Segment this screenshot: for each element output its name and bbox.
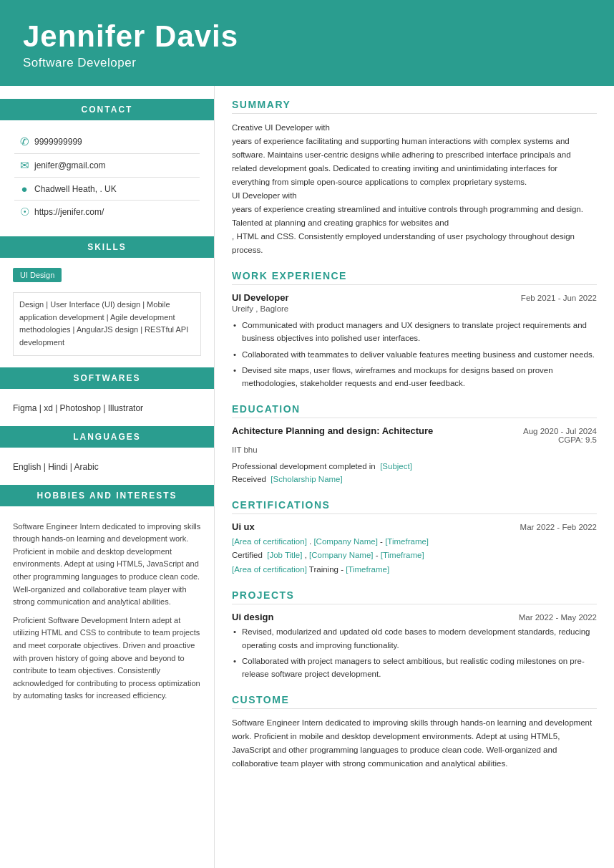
- edu-cgpa: CGPA: 9.5: [523, 435, 597, 444]
- softwares-section: SOFTWARES Figma | xd | Photoshop | Illus…: [0, 367, 214, 426]
- education-title: EDUCATION: [232, 403, 597, 418]
- cert-time1: [Timeframe]: [385, 537, 429, 546]
- edu-degree: Achitecture Planning and design: Achitec…: [232, 425, 433, 436]
- contact-list: ✆ 9999999999 ✉ jenifer@gmail.com ● Chadw…: [0, 130, 214, 236]
- work-title: WORK EXPERIENCE: [232, 270, 597, 285]
- edu-detail2-pre: Received: [232, 475, 266, 483]
- softwares-list: Figma | xd | Photoshop | Illustrator: [0, 399, 214, 426]
- cert-line3: [Area of certification] Training - [Time…: [232, 563, 597, 577]
- skill-description: Design | User Interface (UI) design | Mo…: [13, 292, 201, 355]
- contact-website: ☉ https://jenifer.com/: [14, 201, 200, 223]
- candidate-title: Software Developer: [23, 56, 591, 70]
- contact-header: CONTACT: [0, 99, 214, 120]
- cert-job: [Job Title]: [267, 551, 302, 559]
- proj-header: Ui design Mar 2022 - May 2022: [232, 612, 597, 622]
- cert-title: CERTIFICATIONS: [232, 499, 597, 514]
- hobbies-section: HOBBIES AND INTERESTS Software Engineer …: [0, 485, 214, 715]
- job-title: UI Developer: [232, 292, 288, 303]
- custom-title: CUSTOME: [232, 694, 597, 709]
- custom-text: Software Engineer Intern dedicated to im…: [232, 716, 597, 771]
- cert-company1: [Company Name]: [313, 537, 377, 546]
- cert-lines: [Area of certification] . [Company Name]…: [232, 535, 597, 577]
- softwares-header: SOFTWARES: [0, 367, 214, 389]
- skills-section: SKILLS UI Design Design | User Interface…: [0, 236, 214, 355]
- contact-email: ✉ jenifer@gmail.com: [14, 154, 200, 178]
- proj-name: Ui design: [232, 612, 274, 622]
- proj-dates: Mar 2022 - May 2022: [519, 613, 597, 622]
- projects-section: PROJECTS Ui design Mar 2022 - May 2022 R…: [232, 589, 597, 681]
- job-header: UI Developer Feb 2021 - Jun 2022: [232, 292, 597, 303]
- languages-list: English | Hindi | Arabic: [0, 458, 214, 485]
- edu-header: Achitecture Planning and design: Achitec…: [232, 425, 597, 444]
- cert-header: Ui ux Mar 2022 - Feb 2022: [232, 521, 597, 532]
- job-item: UI Developer Feb 2021 - Jun 2022 Ureify …: [232, 292, 597, 390]
- project-item: Ui design Mar 2022 - May 2022 Revised, m…: [232, 612, 597, 681]
- job-bullet-1: Communicated with product managers and U…: [232, 319, 597, 345]
- skills-header: SKILLS: [0, 236, 214, 258]
- hobbies-p1: Software Engineer Intern dedicated to im…: [13, 521, 201, 609]
- candidate-name: Jennifer Davis: [23, 20, 591, 53]
- work-section: WORK EXPERIENCE UI Developer Feb 2021 - …: [232, 270, 597, 390]
- edu-detail1-pre: Professional development completed in: [232, 462, 376, 471]
- edu-school: IIT bhu: [232, 445, 597, 454]
- contact-location: ● Chadwell Heath, . UK: [14, 178, 200, 201]
- body-row: CONTACT ✆ 9999999999 ✉ jenifer@gmail.com…: [0, 86, 614, 868]
- cert-time2: [Timeframe]: [381, 551, 424, 559]
- languages-section: LANGUAGES English | Hindi | Arabic: [0, 426, 214, 485]
- location-text: Chadwell Heath, . UK: [34, 184, 117, 194]
- right-column: SUMMARY Creative UI Developer with years…: [215, 86, 614, 868]
- left-column: CONTACT ✆ 9999999999 ✉ jenifer@gmail.com…: [0, 86, 215, 868]
- edu-scholarship: [Scholarship Name]: [271, 475, 342, 483]
- job-bullets: Communicated with product managers and U…: [232, 319, 597, 390]
- cert-item: Ui ux Mar 2022 - Feb 2022 [Area of certi…: [232, 521, 597, 577]
- email-icon: ✉: [14, 159, 34, 172]
- proj-bullet-2: Collaborated with project managers to se…: [232, 655, 597, 681]
- certifications-section: CERTIFICATIONS Ui ux Mar 2022 - Feb 2022…: [232, 499, 597, 577]
- job-dates: Feb 2021 - Jun 2022: [521, 294, 597, 302]
- phone-icon: ✆: [14, 135, 34, 148]
- edu-subject: [Subject]: [380, 462, 412, 471]
- phone-text: 9999999999: [34, 137, 82, 147]
- email-text: jenifer@gmail.com: [34, 160, 106, 170]
- edu-item: Achitecture Planning and design: Achitec…: [232, 425, 597, 486]
- hobbies-content: Software Engineer Intern dedicated to im…: [0, 516, 214, 715]
- education-section: EDUCATION Achitecture Planning and desig…: [232, 403, 597, 486]
- location-icon: ●: [14, 183, 34, 195]
- edu-dates: Aug 2020 - Jul 2024: [523, 427, 597, 435]
- job-bullet-3: Devised site maps, user flows, wireframe…: [232, 364, 597, 390]
- projects-title: PROJECTS: [232, 589, 597, 604]
- job-company: Ureify , Baglore: [232, 304, 597, 313]
- website-text: https://jenifer.com/: [34, 207, 104, 217]
- summary-title: SUMMARY: [232, 99, 597, 114]
- summary-section: SUMMARY Creative UI Developer with years…: [232, 99, 597, 257]
- hobbies-header: HOBBIES AND INTERESTS: [0, 485, 214, 506]
- cert-time3: [Timeframe]: [346, 565, 389, 574]
- hobbies-p2: Proficient Software Development Intern a…: [13, 614, 201, 703]
- edu-detail-1: Professional development completed in [S…: [232, 460, 597, 473]
- cert-area2: [Area of certification]: [232, 565, 307, 574]
- cert-name: Ui ux: [232, 521, 255, 532]
- custom-section: CUSTOME Software Engineer Intern dedicat…: [232, 694, 597, 771]
- contact-phone: ✆ 9999999999: [14, 130, 200, 154]
- edu-detail-2: Received [Scholarship Name]: [232, 473, 597, 486]
- header-section: Jennifer Davis Software Developer: [0, 0, 614, 86]
- website-icon: ☉: [14, 206, 34, 218]
- skill-tag: UI Design: [13, 268, 62, 282]
- proj-bullet-1: Revised, modularized and updated old cod…: [232, 625, 597, 652]
- proj-bullets: Revised, modularized and updated old cod…: [232, 625, 597, 681]
- languages-header: LANGUAGES: [0, 426, 214, 448]
- cert-training: Training -: [309, 565, 346, 574]
- job-bullet-2: Collaborated with teammates to deliver v…: [232, 348, 597, 361]
- cert-line1: [Area of certification] . [Company Name]…: [232, 535, 597, 549]
- resume-wrapper: Jennifer Davis Software Developer CONTAC…: [0, 0, 614, 868]
- cert-dates: Mar 2022 - Feb 2022: [520, 523, 597, 531]
- cert-sep4: -: [376, 551, 381, 559]
- summary-text: Creative UI Developer with years of expe…: [232, 121, 597, 257]
- cert-company2: [Company Name]: [309, 551, 373, 559]
- cert-area1: [Area of certification]: [232, 537, 307, 546]
- cert-line2: Certified [Job Title] , [Company Name] -…: [232, 549, 597, 563]
- cert-certified: Certified: [232, 551, 263, 559]
